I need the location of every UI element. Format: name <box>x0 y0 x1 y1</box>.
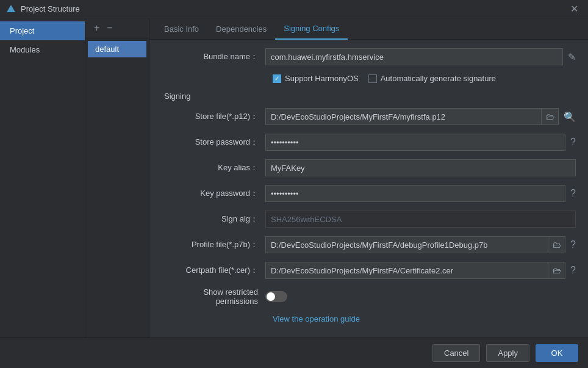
profile-file-label: Profile file(*.p7b)： <box>162 239 265 250</box>
checkbox-harmony-check: ✓ <box>274 75 279 82</box>
apply-button[interactable]: Apply <box>486 344 529 362</box>
checkbox-autosign[interactable] <box>368 74 377 83</box>
store-file-input[interactable] <box>265 108 542 125</box>
store-file-label: Store file(*.p12)： <box>162 111 265 122</box>
config-item-default[interactable]: default <box>88 41 146 57</box>
view-operation-guide-link[interactable]: View the operation guide <box>162 314 576 323</box>
sign-alg-label: Sign alg： <box>162 214 265 225</box>
store-password-help-icon[interactable]: ? <box>570 137 576 148</box>
restricted-permissions-toggle[interactable] <box>265 291 287 302</box>
profile-file-browse-button[interactable]: 🗁 <box>548 236 565 253</box>
tab-basic-info[interactable]: Basic Info <box>156 18 207 40</box>
app-icon <box>6 4 16 14</box>
content-area: Basic Info Dependencies Signing Configs … <box>149 18 588 337</box>
config-panel: + − default <box>85 18 149 337</box>
tab-bar: Basic Info Dependencies Signing Configs <box>149 18 588 40</box>
store-password-row: Store password： ? <box>162 134 576 151</box>
checkbox-harmony-label[interactable]: ✓ Support HarmonyOS <box>273 74 359 83</box>
bundle-name-label: Bundle name： <box>162 51 265 62</box>
form-content: Bundle name： ✎ ✓ Support HarmonyOS Autom… <box>149 40 588 337</box>
sidebar-item-project[interactable]: Project <box>0 21 85 40</box>
svg-marker-0 <box>7 5 15 12</box>
sign-alg-input <box>265 211 576 228</box>
ok-button[interactable]: OK <box>536 344 578 362</box>
profile-file-input[interactable] <box>265 236 548 253</box>
tab-signing-configs[interactable]: Signing Configs <box>275 18 348 40</box>
checkbox-harmony[interactable]: ✓ <box>273 74 281 83</box>
profile-file-input-wrapper: 🗁 <box>265 236 565 253</box>
profile-file-help-icon[interactable]: ? <box>570 239 576 250</box>
store-file-input-wrapper: 🗁 <box>265 108 559 125</box>
key-alias-label: Key alias： <box>162 162 265 173</box>
key-password-help-icon[interactable]: ? <box>570 188 576 199</box>
cancel-button[interactable]: Cancel <box>432 344 480 362</box>
restricted-permissions-row: Show restricted permissions <box>162 287 576 306</box>
bundle-name-input[interactable] <box>265 48 563 65</box>
bundle-name-row: Bundle name： ✎ <box>162 48 576 65</box>
certpath-file-browse-button[interactable]: 🗁 <box>548 262 565 279</box>
title-bar: Project Structure ✕ <box>0 0 588 18</box>
store-file-row: Store file(*.p12)： 🗁 🔍 <box>162 108 576 125</box>
store-password-label: Store password： <box>162 137 265 148</box>
edit-icon[interactable]: ✎ <box>568 51 576 63</box>
certpath-file-row: Certpath file(*.cer)： 🗁 ? <box>162 262 576 279</box>
checkbox-row: ✓ Support HarmonyOS Automatically genera… <box>162 74 576 83</box>
sidebar: Project Modules <box>0 18 85 337</box>
restricted-permissions-label: Show restricted permissions <box>162 287 265 306</box>
bottom-bar: Cancel Apply OK <box>0 337 588 368</box>
profile-file-row: Profile file(*.p7b)： 🗁 ? <box>162 236 576 253</box>
checkbox-autosign-label[interactable]: Automatically generate signature <box>368 74 496 83</box>
certpath-file-help-icon[interactable]: ? <box>570 265 576 276</box>
store-file-browse-button[interactable]: 🗁 <box>542 108 559 125</box>
config-toolbar: + − <box>85 18 149 38</box>
store-password-input[interactable] <box>265 134 565 151</box>
store-file-fingerprint-icon[interactable]: 🔍 <box>564 111 576 123</box>
title-bar-text: Project Structure <box>21 4 567 13</box>
add-config-button[interactable]: + <box>91 22 102 34</box>
close-button[interactable]: ✕ <box>567 2 582 16</box>
key-password-input[interactable] <box>265 185 565 202</box>
tab-dependencies[interactable]: Dependencies <box>207 18 275 40</box>
sign-alg-row: Sign alg： <box>162 211 576 228</box>
key-password-row: Key password： ? <box>162 185 576 202</box>
certpath-file-input-wrapper: 🗁 <box>265 262 565 279</box>
toggle-thumb <box>267 292 275 301</box>
signing-section-label: Signing <box>162 92 576 101</box>
key-alias-input[interactable] <box>265 159 576 176</box>
sidebar-item-modules[interactable]: Modules <box>0 40 85 59</box>
remove-config-button[interactable]: − <box>104 22 115 34</box>
key-password-label: Key password： <box>162 188 265 199</box>
bundle-name-input-wrapper <box>265 48 563 65</box>
certpath-file-input[interactable] <box>265 262 548 279</box>
key-alias-row: Key alias： <box>162 159 576 176</box>
certpath-file-label: Certpath file(*.cer)： <box>162 265 265 276</box>
